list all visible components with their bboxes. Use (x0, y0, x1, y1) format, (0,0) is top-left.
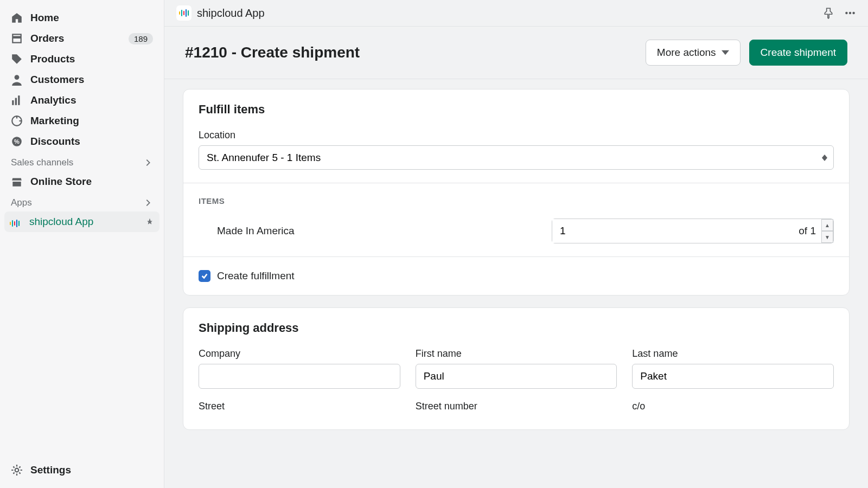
location-label: Location (199, 130, 834, 141)
create-shipment-label: Create shipment (761, 47, 836, 59)
quantity-input[interactable] (552, 219, 799, 243)
svg-rect-1 (12, 100, 14, 105)
shipping-address-card: Shipping address Company First name Last… (183, 307, 850, 430)
nav-shipcloud-app[interactable]: shipcloud App (4, 211, 159, 232)
shipcloud-logo-icon (176, 5, 192, 21)
svg-point-10 (852, 12, 854, 14)
nav-discounts[interactable]: % Discounts (4, 131, 159, 152)
page-title: #1210 - Create shipment (185, 44, 646, 61)
store-icon (11, 176, 23, 188)
quantity-stepper: of 1 ▲ ▼ (552, 219, 834, 243)
nav-products-label: Products (30, 53, 153, 65)
first-name-input[interactable] (416, 364, 617, 389)
page-header: #1210 - Create shipment More actions Cre… (164, 27, 868, 79)
svg-text:%: % (14, 138, 20, 145)
check-icon (201, 272, 208, 280)
pin-icon[interactable] (145, 217, 154, 226)
nav-customers[interactable]: Customers (4, 69, 159, 90)
street-number-label: Street number (416, 401, 617, 412)
co-label: c/o (632, 401, 834, 412)
inbox-icon (11, 33, 23, 44)
nav-analytics-label: Analytics (30, 94, 153, 106)
fulfill-items-card: Fulfill items Location St. Annenufer 5 -… (183, 89, 850, 296)
quantity-of-label: of 1 (799, 225, 821, 237)
nav-online-store[interactable]: Online Store (4, 171, 159, 192)
svg-point-0 (15, 75, 20, 80)
sidebar: Home Orders 189 Products Customers Analy… (0, 0, 164, 488)
discount-icon: % (11, 136, 23, 147)
nav-customers-label: Customers (30, 74, 153, 86)
svg-point-7 (15, 468, 19, 472)
sales-channels-label: Sales channels (11, 157, 73, 168)
fulfill-heading: Fulfill items (199, 102, 834, 117)
content: Fulfill items Location St. Annenufer 5 -… (164, 79, 868, 452)
nav-products[interactable]: Products (4, 49, 159, 69)
item-name: Made In America (199, 225, 552, 237)
nav-marketing-label: Marketing (30, 115, 153, 127)
nav-home[interactable]: Home (4, 8, 159, 28)
location-select[interactable]: St. Annenufer 5 - 1 Items (199, 145, 834, 170)
create-fulfillment-label: Create fulfillment (217, 270, 295, 282)
bar-chart-icon (11, 94, 23, 106)
nav-settings[interactable]: Settings (4, 460, 159, 480)
items-header: ITEMS (199, 196, 834, 206)
apps-label: Apps (11, 197, 32, 208)
company-input[interactable] (199, 364, 400, 389)
shipcloud-logo-icon (10, 216, 22, 228)
svg-point-8 (845, 12, 847, 14)
tag-icon (11, 53, 23, 65)
apps-section[interactable]: Apps (4, 192, 159, 211)
caret-down-icon (722, 49, 729, 56)
item-row: Made In America of 1 ▲ ▼ (199, 206, 834, 243)
svg-rect-3 (18, 95, 20, 105)
nav-orders[interactable]: Orders 189 (4, 28, 159, 49)
first-name-label: First name (416, 348, 617, 359)
street-label: Street (199, 401, 400, 412)
chevron-right-icon (143, 158, 153, 168)
shipping-heading: Shipping address (199, 321, 834, 335)
app-title: shipcloud App (197, 7, 813, 20)
company-label: Company (199, 348, 400, 359)
main: shipcloud App #1210 - Create shipment Mo… (164, 0, 868, 488)
orders-badge: 189 (129, 33, 153, 44)
more-actions-label: More actions (657, 47, 716, 59)
quantity-up-button[interactable]: ▲ (821, 219, 833, 231)
nav-marketing[interactable]: Marketing (4, 111, 159, 131)
nav-shipcloud-label: shipcloud App (29, 216, 145, 228)
nav-home-label: Home (30, 12, 153, 24)
create-fulfillment-checkbox[interactable] (199, 270, 210, 282)
nav-orders-label: Orders (30, 33, 129, 44)
location-select-wrap: St. Annenufer 5 - 1 Items (199, 145, 834, 170)
home-icon (11, 12, 23, 24)
last-name-input[interactable] (632, 364, 834, 389)
sales-channels-section[interactable]: Sales channels (4, 152, 159, 171)
topbar: shipcloud App (164, 0, 868, 27)
nav-online-store-label: Online Store (30, 176, 153, 188)
person-icon (11, 74, 23, 86)
nav-settings-label: Settings (30, 464, 153, 476)
create-fulfillment-row: Create fulfillment (199, 270, 834, 282)
pin-icon[interactable] (822, 7, 834, 19)
last-name-label: Last name (632, 348, 834, 359)
create-shipment-button[interactable]: Create shipment (749, 40, 847, 66)
nav-discounts-label: Discounts (30, 136, 153, 147)
more-actions-button[interactable]: More actions (646, 40, 741, 66)
nav-analytics[interactable]: Analytics (4, 90, 159, 111)
quantity-down-button[interactable]: ▼ (821, 231, 833, 243)
svg-rect-2 (15, 98, 17, 105)
gear-icon (11, 464, 23, 476)
chevron-right-icon (143, 198, 153, 208)
target-icon (11, 115, 23, 127)
more-icon[interactable] (844, 7, 856, 19)
svg-point-9 (849, 12, 851, 14)
